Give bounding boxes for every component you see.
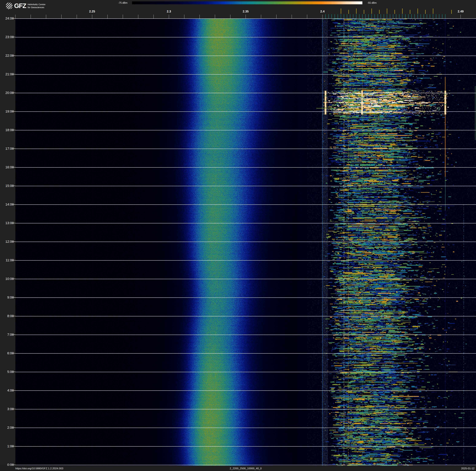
freq-minor-tick: [184, 15, 184, 18]
bluetooth-channel-tick: [405, 14, 406, 18]
bluetooth-channel-tick: [344, 14, 344, 18]
freq-minor-tick: [230, 15, 230, 18]
bluetooth-channel-tick: [328, 14, 329, 18]
bluetooth-channel-tick: [402, 14, 402, 18]
freq-tick-label: 2.35: [243, 10, 249, 13]
gfz-logo-name-line2: for Geosciences: [28, 6, 45, 9]
colorbar-max-label: -55 dBm: [367, 1, 376, 4]
bluetooth-channel-tick: [362, 14, 362, 18]
freq-minor-tick: [246, 15, 246, 18]
bluetooth-channel-tick: [418, 14, 418, 18]
measurement-id: 2_2200_2500_10000_40_0: [230, 467, 262, 470]
time-tick-mark: [12, 186, 15, 186]
bluetooth-channel-tick: [356, 14, 357, 18]
bluetooth-channel-tick: [424, 14, 424, 18]
freq-minor-tick: [123, 15, 123, 18]
freq-minor-tick: [153, 15, 154, 18]
time-tick-mark: [12, 223, 15, 223]
colorbar-min-label: -75 dBm: [118, 1, 127, 4]
wifi-channel-tick: [425, 10, 426, 14]
freq-minor-tick: [31, 15, 31, 18]
bluetooth-channel-tick: [335, 14, 335, 18]
bluetooth-channel-tick: [411, 14, 412, 18]
bluetooth-channel-tick: [436, 14, 436, 18]
time-tick-mark: [12, 204, 15, 205]
doi-link: https://doi.org/10.5880/GFZ.1.2.2024.003: [15, 467, 63, 470]
bluetooth-channel-tick: [430, 14, 430, 18]
bluetooth-channel-tick: [396, 14, 396, 18]
bluetooth-channel-tick: [421, 14, 421, 18]
bluetooth-channel-tick: [378, 14, 378, 18]
colorbar-gradient: [132, 1, 362, 4]
gfz-logo-icon: [6, 2, 13, 9]
bluetooth-channel-tick: [390, 14, 390, 18]
freq-tick-label: 2.3: [167, 10, 171, 13]
date-label: 2025-01-12: [461, 467, 475, 470]
bluetooth-channel-tick: [332, 14, 332, 18]
time-tick-mark: [12, 279, 15, 279]
freq-minor-tick: [61, 15, 62, 18]
bluetooth-channel-tick: [338, 14, 338, 18]
time-tick-mark: [12, 260, 15, 260]
bluetooth-channel-tick: [442, 14, 442, 18]
time-tick-mark: [12, 167, 15, 167]
time-tick-mark: [12, 148, 15, 149]
bluetooth-channel-tick: [387, 14, 387, 18]
freq-tick-label: 2.49: [458, 10, 464, 13]
freq-minor-tick: [138, 15, 138, 18]
wifi-channel-tick: [418, 8, 418, 14]
wifi-channel-tick: [402, 8, 403, 14]
bluetooth-channel-tick: [374, 14, 375, 18]
bluetooth-channel-tick: [372, 14, 372, 18]
freq-minor-tick: [215, 15, 215, 18]
bluetooth-channel-tick: [365, 14, 366, 18]
time-tick-mark: [12, 55, 15, 56]
gfz-logo-acronym: GFZ: [14, 2, 26, 10]
bluetooth-channel-tick: [381, 14, 381, 18]
bluetooth-channel-tick: [433, 14, 433, 18]
freq-minor-tick: [169, 15, 169, 18]
freq-minor-tick: [107, 15, 108, 18]
time-tick-mark: [12, 111, 15, 112]
time-tick-mark: [12, 353, 15, 353]
time-tick-mark: [12, 334, 15, 335]
freq-minor-tick: [307, 15, 307, 18]
freq-minor-tick: [261, 15, 261, 18]
freq-minor-tick: [276, 15, 276, 18]
spectrogram-plot: [15, 18, 476, 466]
wifi-channel-tick: [433, 8, 433, 14]
time-tick-mark: [12, 446, 15, 446]
wifi-channel-tick: [394, 10, 395, 14]
time-tick-mark: [12, 93, 15, 93]
bluetooth-channel-tick: [325, 14, 326, 18]
time-tick-mark: [12, 409, 15, 409]
freq-minor-tick: [15, 15, 16, 18]
time-tick-mark: [12, 390, 15, 391]
freq-minor-tick: [92, 15, 92, 18]
bluetooth-channel-tick: [384, 14, 384, 18]
wifi-channel-tick: [379, 10, 380, 14]
freq-tick-label: 2.25: [89, 10, 95, 13]
wifi-channel-tick: [356, 8, 357, 14]
freq-minor-tick: [322, 15, 323, 18]
wifi-channel-tick: [410, 10, 410, 14]
gfz-logo-name: Helmholtz Centre for Geosciences: [28, 3, 45, 9]
bluetooth-channel-tick: [347, 14, 347, 18]
time-tick-mark: [12, 372, 15, 372]
bluetooth-channel-tick: [393, 14, 393, 18]
bluetooth-channel-tick: [341, 14, 341, 18]
wifi-channel-tick: [372, 8, 372, 14]
freq-minor-tick: [46, 15, 46, 18]
time-tick-mark: [12, 37, 15, 37]
freq-tick-label: 2.4: [320, 10, 324, 13]
gfz-logo: GFZ Helmholtz Centre for Geosciences: [6, 2, 45, 10]
bluetooth-channel-tick: [445, 14, 445, 18]
time-tick-mark: [12, 428, 15, 428]
bluetooth-channel-tick: [427, 14, 427, 18]
bluetooth-channel-tick: [359, 14, 359, 18]
bluetooth-channel-tick: [353, 14, 353, 18]
wifi-channel-tick: [364, 10, 364, 14]
time-tick-mark: [12, 316, 15, 316]
time-tick-mark: [12, 297, 15, 298]
bluetooth-channel-tick: [350, 14, 350, 18]
